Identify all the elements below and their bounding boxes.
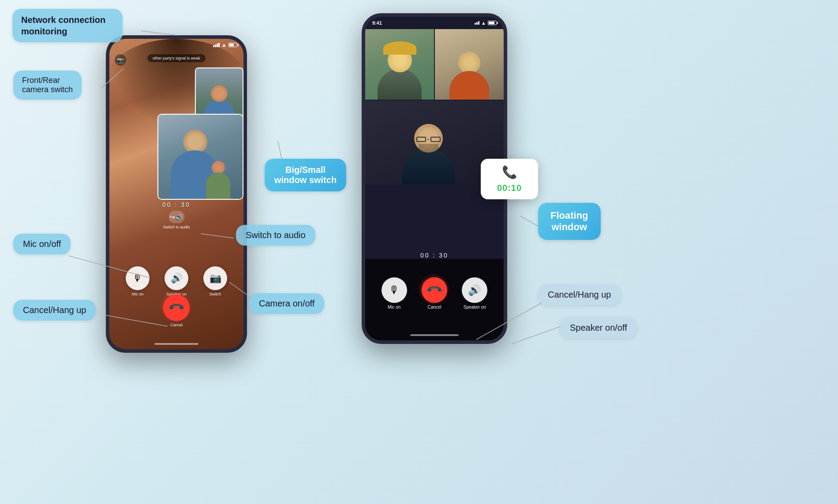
glasses-frames	[416, 136, 441, 142]
woman2-container	[449, 52, 489, 100]
blonde-hair	[383, 41, 416, 55]
thumbnail-group-bg	[158, 115, 243, 199]
bar2	[215, 45, 216, 47]
signal-bars	[213, 43, 220, 47]
camera-switch-icon[interactable]: 📷	[115, 54, 126, 66]
signal-notice: other party's signal is weak	[147, 54, 206, 62]
man-glasses-head	[414, 124, 443, 153]
annotation-big-small-window: Big/Smallwindow switch	[265, 159, 346, 191]
wifi-icon-left: ▲	[221, 42, 227, 48]
battery-icon-right	[488, 21, 497, 25]
speaker-control-right: 🔊 Speaker on	[462, 277, 487, 310]
video-cell-woman2	[435, 29, 504, 100]
status-bar-right: 9:41 ▲	[365, 17, 504, 29]
annotation-camera-on-off: Camera on/off	[249, 293, 324, 314]
floating-window-card: 📞 00:10	[481, 159, 538, 199]
switch-audio-icon: ↪🔊	[168, 211, 184, 223]
rbar2	[476, 22, 478, 25]
mic-control-right: 🎙 Mic on	[382, 277, 407, 310]
woman-video-body	[378, 69, 422, 100]
man1-head	[211, 85, 228, 102]
mic-button-right[interactable]: 🎙	[382, 277, 407, 303]
annotation-switch-to-audio: Switch to audio	[236, 225, 315, 246]
camera-toggle-control: 📷 Switch	[203, 266, 227, 296]
rbar3	[478, 21, 479, 25]
woman2-body	[449, 71, 489, 100]
rbar1	[475, 23, 476, 25]
switch-to-audio-control[interactable]: ↪🔊 Switch to audio	[163, 211, 190, 229]
thumbnail-group[interactable]	[157, 114, 243, 200]
mic-control: 🎙 Mic on	[126, 266, 150, 296]
cancel-button-left[interactable]: 📞	[158, 289, 195, 327]
status-time-right: 9:41	[372, 20, 382, 26]
glasses-bridge	[427, 139, 429, 140]
status-icons-right: ▲	[475, 20, 497, 26]
floating-timer: 00:10	[497, 183, 522, 193]
woman-video-container	[378, 48, 422, 100]
battery-tip	[238, 44, 239, 46]
controls-row-left: 🎙 Mic on 🔊 Speaker on 📷 Switch	[109, 266, 243, 296]
annotation-cancel-hang-up-left: Cancel/Hang up	[13, 300, 96, 321]
speaker-button-right[interactable]: 🔊	[462, 277, 487, 303]
man-glasses-body	[402, 149, 455, 184]
annotation-cancel-hang-up-right: Cancel/Hang up	[538, 284, 621, 305]
annotation-front-rear-camera: Front/Rearcamera switch	[13, 71, 82, 100]
controls-row-right: 🎙 Mic on 📞 Cancel 🔊 Speaker on	[365, 277, 504, 310]
glass-right	[430, 137, 441, 142]
battery-fill	[229, 44, 234, 46]
mic-button[interactable]: 🎙	[126, 266, 150, 290]
floating-phone-icon: 📞	[502, 165, 517, 179]
woman-small-body	[206, 172, 230, 199]
cancel-button-right[interactable]: 📞	[416, 272, 453, 308]
battery-icon-left	[228, 43, 237, 47]
video-cell-woman	[365, 29, 434, 100]
phone-left: ▲ 📷 other party's signal is weak	[106, 35, 247, 353]
cancel-control-right: 📞 Cancel	[422, 277, 447, 310]
woman-blonde-head	[388, 48, 412, 72]
home-indicator-right	[410, 334, 459, 336]
annotation-mic-on-off: Mic on/off	[13, 234, 71, 254]
beard	[419, 144, 438, 153]
bar4	[218, 43, 220, 47]
speaker-label-right: Speaker on	[464, 305, 486, 310]
home-indicator-left	[154, 343, 198, 345]
speaker-control: 🔊 Speaker on	[165, 266, 188, 296]
bar3	[217, 44, 218, 47]
status-icons-left: ▲	[213, 42, 237, 48]
phone-right-timer: 00 : 30	[420, 252, 449, 259]
signal-bars-right	[475, 21, 479, 25]
glass-left	[416, 137, 426, 142]
bar1	[213, 45, 214, 47]
camera-toggle-button[interactable]: 📷	[203, 266, 227, 290]
speaker-button[interactable]: 🔊	[165, 266, 188, 290]
cancel-label-right: Cancel	[427, 305, 441, 310]
annotation-speaker-on-off: Speaker on/off	[560, 317, 637, 338]
annotation-floating-window: Floatingwindow	[538, 203, 601, 240]
cancel-label-left: Cancel	[170, 323, 183, 327]
wifi-icon-right: ▲	[481, 20, 486, 26]
man-glasses-head-wrapper	[414, 124, 455, 184]
woman2-head	[458, 52, 480, 74]
phone-left-timer: 00 : 30	[162, 201, 191, 208]
annotation-network-monitoring: Network connection monitoring	[12, 9, 123, 42]
switch-audio-text: Switch to audio	[163, 225, 190, 229]
woman-small-container	[206, 161, 230, 199]
video-row-top	[365, 29, 504, 100]
cancel-control-left: 📞 Cancel	[109, 295, 243, 327]
status-bar-left: ▲	[109, 39, 243, 51]
battery-fill-right	[489, 22, 494, 24]
battery-tip-right	[497, 22, 498, 24]
mic-label-right: Mic on	[388, 305, 400, 310]
svg-line-0	[141, 31, 176, 35]
